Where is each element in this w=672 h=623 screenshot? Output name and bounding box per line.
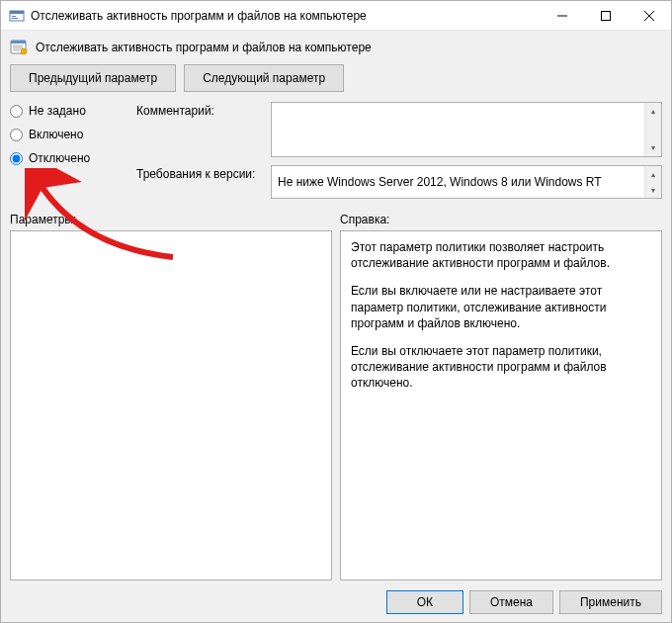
radio-disabled-label: Отключено — [29, 151, 90, 165]
help-paragraph: Этот параметр политики позволяет настрои… — [351, 239, 651, 271]
policy-header: Отслеживать активность программ и файлов… — [10, 37, 662, 64]
svg-rect-3 — [12, 18, 18, 19]
previous-setting-button[interactable]: Предыдущий параметр — [10, 64, 176, 92]
help-label: Справка: — [340, 213, 662, 226]
supported-textbox: Не ниже Windows Server 2012, Windows 8 и… — [271, 165, 662, 199]
next-setting-button[interactable]: Следующий параметр — [184, 64, 344, 92]
help-pane: Этот параметр политики позволяет настрои… — [340, 230, 662, 580]
supported-value: Не ниже Windows Server 2012, Windows 8 и… — [278, 175, 602, 189]
dialog-footer: ОК Отмена Применить — [10, 580, 662, 614]
pane-labels: Параметры: Справка: — [10, 213, 662, 226]
panes: Этот параметр политики позволяет настрои… — [10, 230, 662, 580]
radio-disabled[interactable]: Отключено — [10, 151, 128, 165]
scroll-down-icon[interactable]: ▾ — [645, 182, 661, 198]
policy-title: Отслеживать активность программ и файлов… — [36, 41, 372, 54]
window-title: Отслеживать активность программ и файлов… — [31, 9, 541, 23]
minimize-button[interactable] — [541, 1, 584, 30]
scroll-up-icon[interactable]: ▴ — [645, 166, 661, 182]
titlebar: Отслеживать активность программ и файлов… — [1, 1, 671, 31]
svg-rect-10 — [13, 45, 23, 46]
policy-editor-window: Отслеживать активность программ и файлов… — [0, 0, 672, 623]
client-area: Отслеживать активность программ и файлов… — [1, 31, 671, 622]
nav-buttons: Предыдущий параметр Следующий параметр — [10, 64, 662, 92]
help-paragraph: Если вы включаете или не настраиваете эт… — [351, 283, 651, 331]
radio-not-configured-label: Не задано — [29, 104, 86, 118]
svg-rect-12 — [13, 49, 20, 50]
supported-row: Требования к версии: Не ниже Windows Ser… — [136, 165, 662, 199]
comment-label: Комментарий: — [136, 102, 265, 118]
svg-rect-1 — [10, 11, 24, 14]
config-area: Не задано Включено Отключено Комментарий… — [10, 102, 662, 199]
svg-rect-11 — [13, 47, 23, 48]
scroll-up-icon[interactable]: ▴ — [645, 103, 661, 120]
radio-enabled[interactable]: Включено — [10, 128, 128, 141]
state-radio-group: Не задано Включено Отключено — [10, 102, 128, 199]
svg-point-13 — [21, 48, 27, 54]
supported-scrollbar[interactable]: ▴ ▾ — [644, 166, 661, 198]
close-button[interactable] — [628, 1, 671, 30]
ok-button[interactable]: ОК — [386, 590, 463, 614]
comment-row: Комментарий: ▴ ▾ — [136, 102, 662, 157]
radio-not-configured[interactable]: Не задано — [10, 104, 128, 118]
apply-button[interactable]: Применить — [559, 590, 662, 614]
comment-textbox[interactable]: ▴ ▾ — [271, 102, 662, 157]
radio-enabled-input[interactable] — [10, 129, 23, 141]
radio-not-configured-input[interactable] — [10, 105, 23, 118]
svg-rect-5 — [602, 11, 611, 20]
policy-icon — [10, 39, 28, 56]
app-icon — [9, 8, 25, 24]
maximize-button[interactable] — [584, 1, 628, 30]
svg-rect-2 — [12, 16, 16, 17]
help-paragraph: Если вы отключаете этот параметр политик… — [351, 343, 651, 392]
supported-label: Требования к версии: — [136, 165, 265, 181]
cancel-button[interactable]: Отмена — [469, 590, 553, 614]
comment-scrollbar[interactable]: ▴ ▾ — [644, 103, 661, 156]
svg-rect-9 — [11, 41, 26, 44]
radio-disabled-input[interactable] — [10, 152, 23, 165]
scroll-down-icon[interactable]: ▾ — [645, 139, 661, 156]
radio-enabled-label: Включено — [29, 128, 83, 141]
parameters-pane — [10, 230, 332, 580]
window-controls — [541, 1, 671, 30]
params-label: Параметры: — [10, 213, 332, 226]
